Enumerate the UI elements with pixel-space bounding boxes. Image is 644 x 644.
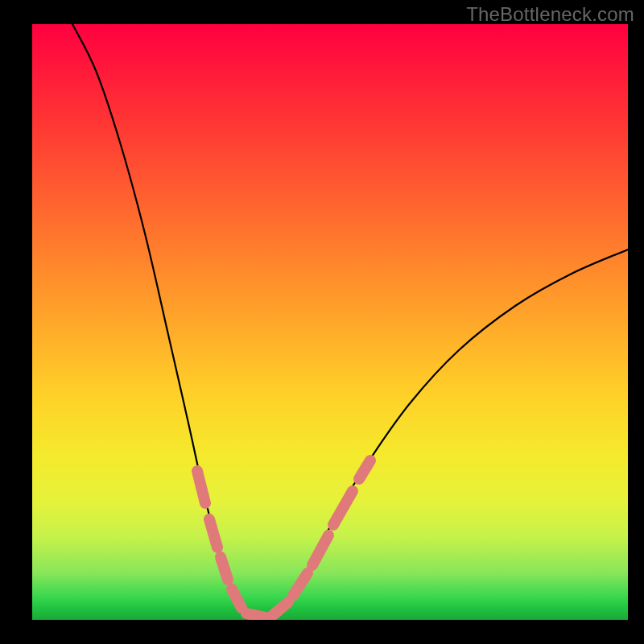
highlight-segment bbox=[209, 519, 217, 547]
highlight-segment bbox=[232, 589, 242, 608]
chart-frame: TheBottleneck.com bbox=[0, 0, 644, 644]
highlight-segment bbox=[359, 460, 370, 479]
curve-layer bbox=[32, 24, 628, 620]
plot-area bbox=[32, 24, 628, 620]
highlight-segment bbox=[272, 602, 288, 616]
bottleneck-curve bbox=[72, 24, 628, 618]
watermark-text: TheBottleneck.com bbox=[466, 3, 634, 26]
highlight-segment bbox=[293, 573, 308, 596]
curve-highlight-markers bbox=[197, 460, 370, 617]
highlight-segment bbox=[312, 535, 328, 565]
highlight-segment bbox=[221, 557, 228, 580]
highlight-segment bbox=[246, 613, 266, 617]
highlight-segment bbox=[333, 491, 353, 525]
highlight-segment bbox=[197, 471, 205, 503]
